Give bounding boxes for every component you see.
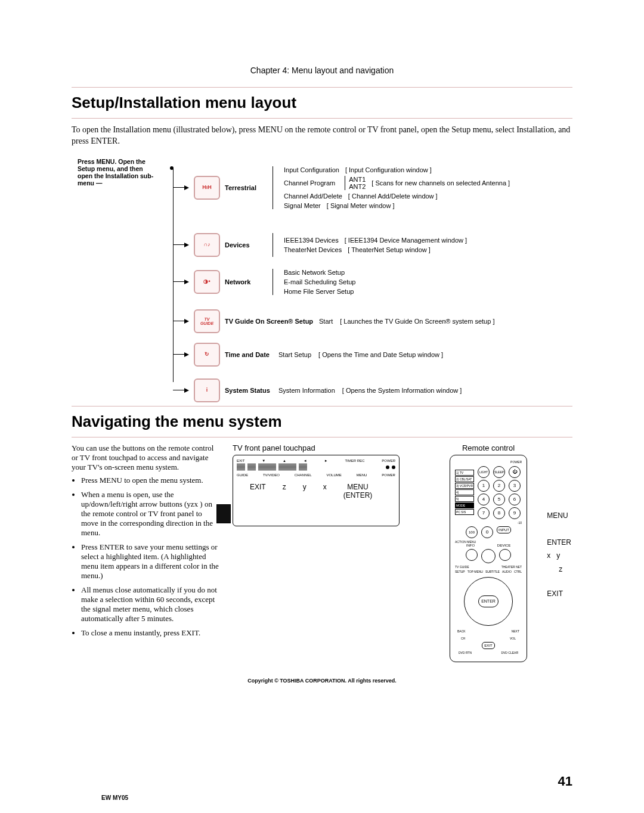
tv-guide-z: z <box>283 483 286 499</box>
mode-button[interactable]: 4) <box>455 489 474 495</box>
num-button[interactable]: 8 <box>493 507 505 519</box>
tree-row-devices: ∩♪ Devices IEEE1394 Devices[ IEEE1394 De… <box>173 233 467 257</box>
light-button[interactable]: LIGHT <box>478 466 490 478</box>
num-button[interactable]: 6 <box>509 494 521 505</box>
item-desc: [ Signal Meter window ] <box>327 202 395 209</box>
info-button[interactable] <box>466 549 478 561</box>
touchpad-button[interactable] <box>237 464 245 471</box>
ring-label: SUBTITLE <box>485 570 500 573</box>
info-icon: i <box>194 378 220 402</box>
tv-mini-icon <box>216 504 231 523</box>
tree-row-network: ◑• Network Basic Network Setup E-mail Sc… <box>173 269 355 295</box>
item-desc: [ TheaterNet Setup window ] <box>348 246 431 253</box>
divider <box>72 87 572 88</box>
callout-x: x <box>547 551 550 560</box>
ring-label: CTRL <box>514 570 522 573</box>
power-button[interactable]: ⏻ <box>509 466 521 478</box>
num-button[interactable]: 9 <box>509 507 521 519</box>
tree-row-timedate: ↻ Time and Date Start Setup [ Opens the … <box>173 343 443 367</box>
tvguide-label: TV Guide On Screen® Setup <box>225 318 319 325</box>
item-label: Start <box>319 318 333 325</box>
copyright: Copyright © TOSHIBA CORPORATION. All rig… <box>72 678 572 684</box>
num-button[interactable]: 5 <box>493 494 505 505</box>
num-button[interactable]: 4 <box>478 494 490 505</box>
nav-text-column: You can use the buttons on the remote co… <box>72 443 221 643</box>
ch-label: CH <box>461 637 465 640</box>
dpad[interactable] <box>464 577 513 626</box>
mode-button[interactable]: 1) TV <box>455 470 474 476</box>
num-button[interactable]: 0 <box>481 526 493 538</box>
touchpad-button[interactable] <box>278 464 296 471</box>
callout-enter: ENTER <box>547 536 571 550</box>
item-desc: [ Channel Add/Delete window ] <box>348 193 438 200</box>
tv-label: ◄ <box>304 459 307 463</box>
num-button[interactable]: 3 <box>509 480 521 492</box>
item-desc: [ Opens the System Information window ] <box>342 387 462 394</box>
devices-label: Devices <box>225 241 268 249</box>
mode-button[interactable]: 5) <box>455 496 474 502</box>
touchpad-button[interactable] <box>258 464 276 471</box>
ring-button[interactable] <box>499 549 511 561</box>
tv-label: ▲ <box>283 459 286 463</box>
touchpad-button[interactable] <box>247 464 256 471</box>
item-desc: [ Input Configuration window ] <box>345 166 432 173</box>
nav-bullet: All menus close automatically if you do … <box>81 585 221 623</box>
num-button[interactable]: 7 <box>478 507 490 519</box>
nav-bullet: To close a menu instantly, press EXIT. <box>81 628 221 638</box>
divider <box>72 437 572 437</box>
chapter-heading: Chapter 4: Menu layout and navigation <box>72 66 572 75</box>
callout-z: z <box>547 563 571 576</box>
vol-label: VOL <box>510 637 516 640</box>
ring-label: AUDIO <box>502 570 512 573</box>
section-title-1: Setup/Installation menu layout <box>72 94 572 112</box>
tv-label: TIMER REC <box>345 459 364 463</box>
back-label: BACK <box>457 629 466 633</box>
nav-bullet: Press MENU to open the menu system. <box>81 476 221 485</box>
divider <box>72 406 572 406</box>
remote-title: Remote control <box>408 443 569 452</box>
ring-label: THEATER NET <box>501 565 522 569</box>
mode-button[interactable]: PC S/S <box>455 509 474 515</box>
tv-label: TV/VIDEO <box>263 473 280 477</box>
mode-button[interactable]: MODE <box>455 502 474 508</box>
tree-row-tvguide: TVGUIDE TV Guide On Screen® Setup Start … <box>173 309 494 333</box>
callout-y: y <box>556 551 560 560</box>
tv-label: POWER <box>382 459 395 463</box>
input-button[interactable]: INPUT <box>497 526 511 533</box>
tv-guide-enter: (ENTER) <box>343 491 373 499</box>
menu-tree: Press MENU. Open the Setup menu, and the… <box>78 158 572 396</box>
tree-hint: Press MENU. Open the Setup menu, and the… <box>78 158 155 187</box>
callout-exit: EXIT <box>547 587 571 601</box>
divider <box>72 118 572 119</box>
next-label: NEXT <box>512 629 519 633</box>
hundred-button[interactable]: 100 <box>466 526 478 538</box>
nav-intro: You can use the buttons on the remote co… <box>72 443 221 472</box>
tvpanel-title: TV front panel touchpad <box>233 443 400 452</box>
remote-control-panel: Remote control POWER 1) TV 2) CBL/SAT 3)… <box>408 443 569 662</box>
dvd-rtn-label: DVD RTN <box>459 651 472 654</box>
touchpad-button[interactable] <box>299 464 307 471</box>
network-label: Network <box>225 278 268 286</box>
ring-label: TV GUIDE <box>455 565 469 569</box>
tv-label: ▼ <box>262 459 265 463</box>
item-label: IEEE1394 Devices <box>284 237 339 244</box>
item-desc: [ Launches the TV Guide On Screen® syste… <box>340 318 494 325</box>
exit-button[interactable]: EXIT <box>482 642 495 649</box>
device-button[interactable] <box>481 549 496 563</box>
tv-label: GUIDE <box>237 473 248 477</box>
mode-button[interactable]: 3) VCR/PVR <box>455 483 474 489</box>
devices-icon: ∩♪ <box>194 233 220 257</box>
sleep-button[interactable]: SLEEP <box>493 466 505 478</box>
item-label: Home File Server Setup <box>284 288 354 295</box>
tree-row-terrestrial: HıH Terrestrial Input Configuration[ Inp… <box>173 166 510 209</box>
mode-button[interactable]: 2) CBL/SAT <box>455 476 474 482</box>
num-button[interactable]: 2 <box>493 480 505 492</box>
tv-guide-menu: MENU <box>347 483 368 491</box>
device-label: DEVICE <box>497 544 510 547</box>
num-button[interactable]: 1 <box>478 480 490 492</box>
item-desc: [ Scans for new channels on selected Ant… <box>371 179 510 187</box>
tv-label: VOLUME <box>326 473 341 477</box>
led-icon <box>386 466 389 469</box>
tv-label: ► <box>324 459 328 463</box>
nav-bullet: When a menu is open, use the up/down/lef… <box>81 490 221 538</box>
